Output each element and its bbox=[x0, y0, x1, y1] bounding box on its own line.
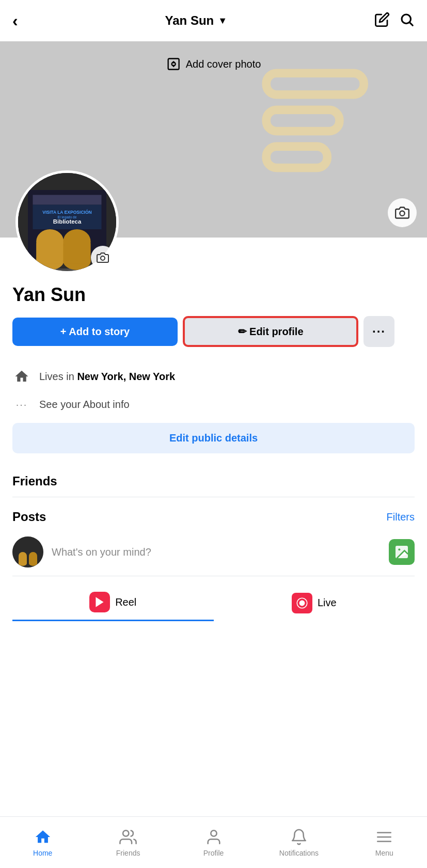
svg-point-23 bbox=[101, 256, 105, 260]
profile-picture-container: VISITA LA EXPOSICIÓN El legado de Biblio… bbox=[15, 170, 119, 274]
profile-name: Yan Sun bbox=[12, 284, 415, 306]
cover-decoration bbox=[257, 67, 386, 203]
dropdown-arrow-icon: ▼ bbox=[218, 15, 227, 26]
search-icon[interactable] bbox=[399, 12, 415, 29]
home-icon bbox=[12, 369, 31, 384]
more-options-button[interactable]: ··· bbox=[363, 316, 394, 347]
camera-icon bbox=[395, 206, 409, 220]
svg-point-27 bbox=[19, 552, 27, 560]
svg-marker-33 bbox=[96, 597, 104, 607]
svg-point-30 bbox=[29, 552, 37, 560]
svg-point-22 bbox=[63, 229, 90, 254]
svg-rect-24 bbox=[12, 536, 43, 567]
svg-rect-2 bbox=[168, 59, 179, 70]
back-button[interactable]: ‹ bbox=[12, 11, 18, 30]
edit-public-details-button[interactable]: Edit public details bbox=[12, 423, 415, 453]
menu-nav-label: Menu bbox=[375, 849, 393, 857]
about-info-row[interactable]: ··· See your About info bbox=[12, 391, 415, 418]
action-buttons-row: + Add to story ✏ Edit profile ··· bbox=[12, 316, 415, 347]
bottom-nav-friends[interactable]: Friends bbox=[85, 823, 170, 862]
location-text: Lives in New York, New York bbox=[39, 371, 175, 383]
dots-icon: ··· bbox=[12, 399, 31, 411]
profile-nav-icon bbox=[205, 828, 223, 846]
nav-icons-group bbox=[374, 12, 415, 29]
svg-rect-8 bbox=[266, 147, 327, 168]
svg-point-34 bbox=[299, 600, 305, 606]
bottom-spacer bbox=[12, 625, 415, 687]
live-icon bbox=[292, 593, 312, 613]
profile-title-area[interactable]: Yan Sun ▼ bbox=[165, 13, 228, 28]
home-nav-icon bbox=[34, 828, 52, 846]
reel-button[interactable]: Reel bbox=[12, 585, 214, 621]
svg-point-37 bbox=[211, 830, 216, 836]
cover-photo-area: Add cover photo bbox=[0, 41, 427, 238]
profile-nav-label: Profile bbox=[203, 849, 224, 857]
location-info-row: Lives in New York, New York bbox=[12, 361, 415, 391]
top-navigation: ‹ Yan Sun ▼ bbox=[0, 0, 427, 41]
svg-rect-7 bbox=[266, 110, 340, 131]
live-label: Live bbox=[318, 597, 337, 609]
add-cover-label: Add cover photo bbox=[186, 58, 261, 70]
home-nav-label: Home bbox=[33, 849, 52, 857]
notifications-nav-label: Notifications bbox=[279, 849, 319, 857]
svg-rect-12 bbox=[33, 195, 102, 205]
menu-nav-icon bbox=[375, 828, 393, 846]
filters-link[interactable]: Filters bbox=[387, 511, 415, 523]
friends-divider bbox=[12, 497, 415, 497]
svg-line-1 bbox=[410, 23, 413, 25]
edit-icon[interactable] bbox=[374, 12, 390, 29]
profile-camera-icon bbox=[97, 251, 109, 264]
svg-text:Biblioteca: Biblioteca bbox=[53, 218, 82, 225]
about-text: See your About info bbox=[39, 399, 130, 411]
live-button[interactable]: Live bbox=[214, 585, 415, 621]
reel-icon bbox=[89, 592, 110, 612]
svg-point-32 bbox=[398, 548, 400, 550]
media-actions-row: Reel Live bbox=[12, 576, 415, 625]
bottom-nav-menu[interactable]: Menu bbox=[342, 823, 427, 862]
posts-title: Posts bbox=[12, 510, 46, 524]
friends-section-header: Friends bbox=[12, 466, 415, 493]
bottom-navigation: Home Friends Profile Notifications bbox=[0, 816, 427, 868]
bottom-nav-home[interactable]: Home bbox=[0, 823, 85, 862]
svg-point-9 bbox=[400, 211, 404, 216]
posts-header: Posts Filters bbox=[12, 501, 415, 528]
profile-camera-button[interactable] bbox=[91, 246, 115, 270]
bottom-nav-notifications[interactable]: Notifications bbox=[256, 823, 341, 862]
reel-label: Reel bbox=[115, 596, 136, 608]
post-input-placeholder[interactable]: What's on your mind? bbox=[52, 546, 381, 558]
friends-nav-icon bbox=[119, 828, 137, 846]
post-image-icon[interactable] bbox=[389, 539, 415, 565]
post-avatar bbox=[12, 536, 43, 567]
svg-rect-6 bbox=[266, 73, 364, 94]
add-cover-photo-button[interactable]: Add cover photo bbox=[166, 57, 261, 71]
post-input-row: What's on your mind? bbox=[12, 528, 415, 576]
add-photo-icon bbox=[166, 57, 181, 71]
post-avatar-inner bbox=[12, 536, 43, 567]
profile-content: Yan Sun + Add to story ✏ Edit profile ··… bbox=[0, 238, 427, 687]
svg-point-19 bbox=[36, 229, 64, 254]
friends-nav-label: Friends bbox=[116, 849, 140, 857]
bottom-nav-profile[interactable]: Profile bbox=[171, 823, 256, 862]
edit-profile-button[interactable]: ✏ Edit profile bbox=[183, 316, 358, 347]
profile-title: Yan Sun bbox=[165, 13, 214, 28]
notifications-nav-icon bbox=[290, 828, 308, 846]
cover-camera-button[interactable] bbox=[388, 198, 417, 227]
svg-point-36 bbox=[123, 830, 129, 836]
svg-text:VISITA LA EXPOSICIÓN: VISITA LA EXPOSICIÓN bbox=[42, 209, 92, 215]
add-to-story-button[interactable]: + Add to story bbox=[12, 318, 178, 346]
